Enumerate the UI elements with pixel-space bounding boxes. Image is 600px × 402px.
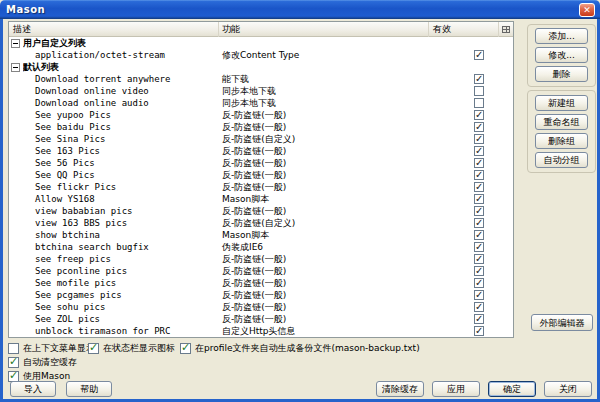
rule-enabled-checkbox[interactable] xyxy=(474,326,484,336)
rule-description: Download online audio xyxy=(9,97,219,109)
list-row[interactable]: Allow YS168 Mason脚本 xyxy=(9,193,513,205)
help-button[interactable]: 帮助 xyxy=(66,381,112,397)
rule-description: See 163 Pics xyxy=(9,145,219,157)
rule-enabled-checkbox[interactable] xyxy=(474,146,484,156)
rule-function: 反-防盗链(一般) xyxy=(219,253,429,265)
list-row[interactable]: See mofile pics 反-防盗链(一般) xyxy=(9,277,513,289)
list-row[interactable]: See yupoo Pics 反-防盗链(一般) xyxy=(9,109,513,121)
column-chooser-button[interactable] xyxy=(498,22,513,37)
option-show-statusbar-icon[interactable]: 在状态栏显示图标 xyxy=(88,342,175,355)
title-bar: Mason ✕ xyxy=(0,0,600,19)
rule-enabled-checkbox[interactable] xyxy=(474,122,484,132)
rule-enabled-checkbox[interactable] xyxy=(474,158,484,168)
list-row[interactable]: Download online audio 同步本地下载 xyxy=(9,97,513,109)
list-row[interactable]: view bababian pics 反-防盗链(一般) xyxy=(9,205,513,217)
rule-enabled-cell xyxy=(429,122,513,132)
new-group-button[interactable]: 新建组 xyxy=(535,95,588,111)
rule-enabled-checkbox[interactable] xyxy=(474,254,484,264)
option-show-in-context-menu[interactable]: 在上下文菜单显示 xyxy=(8,342,95,355)
collapse-minus-icon[interactable] xyxy=(11,39,20,48)
rule-description: See mofile pics xyxy=(9,277,219,289)
list-row[interactable]: See pcgames pics 反-防盗链(一般) xyxy=(9,289,513,301)
list-row[interactable]: view 163 BBS pics 反-防盗链(自定义) xyxy=(9,217,513,229)
auto-group-button[interactable]: 自动分组 xyxy=(535,152,588,168)
list-row[interactable]: Download online video 同步本地下载 xyxy=(9,85,513,97)
rule-enabled-checkbox[interactable] xyxy=(474,170,484,180)
list-row[interactable]: See Sina Pics 反-防盗链(自定义) xyxy=(9,133,513,145)
rule-function: 反-防盗链(一般) xyxy=(219,277,429,289)
rule-function: 同步本地下载 xyxy=(219,85,429,97)
rule-enabled-checkbox[interactable] xyxy=(474,98,484,108)
column-header-description[interactable]: 描述 xyxy=(9,22,219,37)
delete-button[interactable]: 删除 xyxy=(535,66,588,82)
option-auto-backup[interactable]: 在profile文件夹自动生成备份文件(mason-backup.txt) xyxy=(180,342,420,355)
rule-enabled-checkbox[interactable] xyxy=(474,314,484,324)
rule-enabled-cell xyxy=(429,326,513,336)
list-group-row[interactable]: 用户自定义列表 xyxy=(9,37,513,49)
collapse-minus-icon[interactable] xyxy=(11,63,20,72)
rule-enabled-checkbox[interactable] xyxy=(474,110,484,120)
import-button[interactable]: 导入 xyxy=(10,381,56,397)
rule-enabled-checkbox[interactable] xyxy=(474,86,484,96)
rule-enabled-checkbox[interactable] xyxy=(474,242,484,252)
list-row[interactable]: show btchina Mason脚本 xyxy=(9,229,513,241)
auto-backup-checkbox[interactable] xyxy=(180,343,191,354)
rule-enabled-cell xyxy=(429,254,513,264)
external-editor-button[interactable]: 外部编辑器 xyxy=(531,314,593,331)
auto-clear-cache-checkbox[interactable] xyxy=(8,357,19,368)
list-row[interactable]: See sohu pics 反-防盗链(一般) xyxy=(9,301,513,313)
option-auto-clear-cache[interactable]: 自动清空缓存 xyxy=(8,356,77,369)
list-row[interactable]: application/octet-stream 修改Content Type xyxy=(9,49,513,61)
rule-function: Mason脚本 xyxy=(219,193,429,205)
apply-button[interactable]: 应用 xyxy=(432,381,480,397)
list-row[interactable]: See flickr Pics 反-防盗链(一般) xyxy=(9,181,513,193)
close-button[interactable]: 关闭 xyxy=(544,381,592,397)
rule-enabled-cell xyxy=(429,266,513,276)
rule-function: 反-防盗链(自定义) xyxy=(219,217,429,229)
rule-enabled-checkbox[interactable] xyxy=(474,206,484,216)
list-row[interactable]: See baidu Pics 反-防盗链(一般) xyxy=(9,121,513,133)
list-row[interactable]: See ZOL pics 反-防盗链(一般) xyxy=(9,313,513,325)
list-group-row[interactable]: 默认列表 xyxy=(9,61,513,73)
rule-enabled-checkbox[interactable] xyxy=(474,302,484,312)
rule-enabled-cell xyxy=(429,278,513,288)
rule-description: unblock tiramason for PRC xyxy=(9,325,219,337)
column-header-enabled[interactable]: 有效 xyxy=(429,22,498,37)
rule-description: Download online video xyxy=(9,85,219,97)
list-row[interactable]: btchina search bugfix 伪装成IE6 xyxy=(9,241,513,253)
context-menu-checkbox[interactable] xyxy=(8,343,19,354)
rule-function: 反-防盗链(一般) xyxy=(219,301,429,313)
rule-enabled-cell xyxy=(429,98,513,108)
list-row[interactable]: Download torrent anywhere 能下载 xyxy=(9,73,513,85)
rule-enabled-checkbox[interactable] xyxy=(474,134,484,144)
delete-group-button[interactable]: 删除组 xyxy=(535,133,588,149)
rule-function: 反-防盗链(一般) xyxy=(219,109,429,121)
rule-function: 反-防盗链(一般) xyxy=(219,205,429,217)
clear-cache-button[interactable]: 清除缓存 xyxy=(376,381,424,397)
modify-button[interactable]: 修改... xyxy=(535,47,588,63)
rule-enabled-checkbox[interactable] xyxy=(474,218,484,228)
rename-group-button[interactable]: 重命名组 xyxy=(535,114,588,130)
list-row[interactable]: See 56 Pics 反-防盗链(一般) xyxy=(9,157,513,169)
rule-enabled-checkbox[interactable] xyxy=(474,278,484,288)
column-header-function[interactable]: 功能 xyxy=(219,22,429,37)
ok-button[interactable]: 确定 xyxy=(488,381,536,397)
rule-enabled-checkbox[interactable] xyxy=(474,74,484,84)
list-row[interactable]: See QQ Pics 反-防盗链(一般) xyxy=(9,169,513,181)
rule-enabled-checkbox[interactable] xyxy=(474,290,484,300)
rule-function: 伪装成IE6 xyxy=(219,241,429,253)
rule-enabled-checkbox[interactable] xyxy=(474,182,484,192)
rule-function: 修改Content Type xyxy=(219,49,429,61)
statusbar-icon-checkbox[interactable] xyxy=(88,343,99,354)
close-icon[interactable]: ✕ xyxy=(579,3,595,17)
list-row[interactable]: See 163 Pics 反-防盗链(一般) xyxy=(9,145,513,157)
list-row[interactable]: See pconline pics 反-防盗链(一般) xyxy=(9,265,513,277)
rule-enabled-checkbox[interactable] xyxy=(474,230,484,240)
add-button[interactable]: 添加... xyxy=(535,28,588,44)
list-row[interactable]: see freep pics 反-防盗链(一般) xyxy=(9,253,513,265)
rule-description: view bababian pics xyxy=(9,205,219,217)
list-row[interactable]: unblock tiramason for PRC 自定义Http头信息 xyxy=(9,325,513,337)
rule-enabled-checkbox[interactable] xyxy=(474,50,484,60)
rule-enabled-checkbox[interactable] xyxy=(474,266,484,276)
rule-enabled-checkbox[interactable] xyxy=(474,194,484,204)
